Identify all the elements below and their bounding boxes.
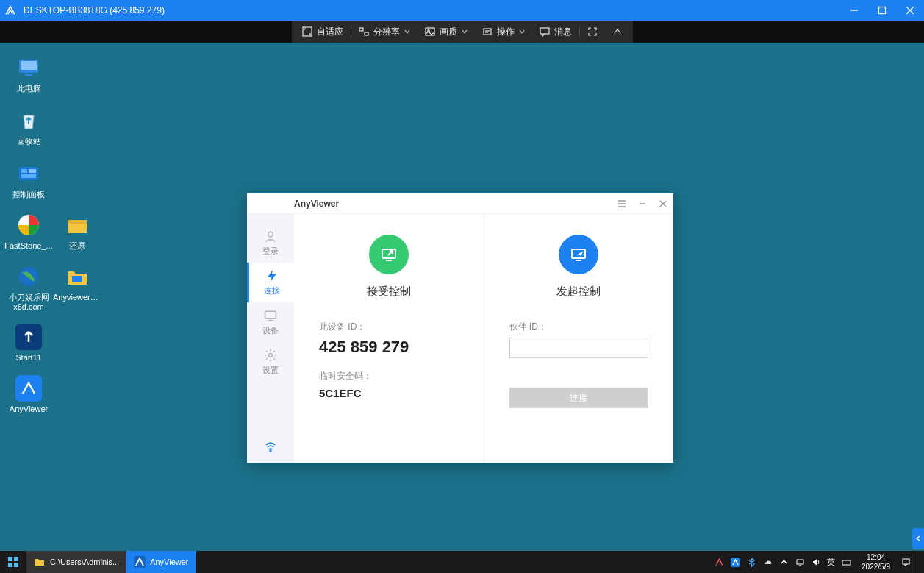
svg-rect-38: [14, 557, 18, 561]
desktop-icon-recycle-bin[interactable]: 回收站: [4, 107, 53, 146]
close-button[interactable]: [896, 0, 924, 21]
taskbar-item-anyviewer[interactable]: AnyViewer: [126, 551, 196, 573]
wifi-status-icon: [265, 441, 276, 455]
tray-ime[interactable]: 英: [827, 557, 835, 568]
security-code-value: 5C1EFC: [319, 387, 459, 399]
tray-network-icon[interactable]: [795, 557, 805, 567]
monitor-icon: [263, 308, 278, 323]
system-tray: 英 12:04 2022/5/9: [714, 551, 924, 573]
svg-point-30: [268, 232, 273, 237]
desktop-icon-anyviewer-folder[interactable]: Anyviewer_...: [53, 263, 101, 302]
maximize-button[interactable]: [868, 0, 896, 21]
anyviewer-icon: [134, 556, 146, 568]
operate-button[interactable]: 操作: [475, 21, 532, 43]
minimize-button[interactable]: [840, 0, 868, 21]
sidebar-item-connect[interactable]: 连接: [247, 263, 294, 302]
svg-rect-5: [359, 28, 363, 31]
anyviewer-titlebar: AnyViewer: [247, 193, 673, 214]
pc-icon: [15, 54, 42, 81]
anyviewer-sidebar: 登录 连接 设备 设置: [247, 214, 294, 463]
anyviewer-window: AnyViewer 登录 连接 设备: [247, 193, 673, 463]
anyviewer-logo-icon: [0, 0, 21, 21]
resolution-icon: [359, 26, 369, 37]
globe-icon: [15, 263, 42, 290]
bolt-icon: [265, 268, 279, 283]
tray-volume-icon[interactable]: [811, 557, 821, 567]
accept-title: 接受控制: [319, 285, 459, 299]
window-title: DESKTOP-BB38T8G (425 859 279): [21, 5, 840, 15]
svg-rect-17: [21, 169, 27, 173]
connect-button[interactable]: 连接: [509, 388, 649, 408]
device-id-value: 425 859 279: [319, 338, 459, 357]
svg-rect-4: [303, 27, 312, 36]
tray-anyviewer-icon[interactable]: [730, 557, 740, 567]
tray-onedrive-icon[interactable]: [762, 557, 773, 567]
remote-desktop[interactable]: 此电脑 回收站 控制面板 FastStone_... 小刀娱乐网x6d.com …: [0, 43, 924, 573]
tray-clock[interactable]: 12:04 2022/5/9: [857, 552, 895, 572]
collapse-toolbar-button[interactable]: [605, 21, 630, 43]
start-button[interactable]: [0, 551, 26, 573]
svg-rect-1: [879, 7, 886, 14]
desktop-icon-anyviewer[interactable]: AnyViewer: [4, 375, 53, 414]
svg-rect-36: [572, 249, 585, 258]
tray-overflow-icon[interactable]: [778, 557, 789, 567]
close-button[interactable]: [653, 193, 673, 214]
desktop-icon-faststone[interactable]: FastStone_...: [4, 212, 53, 251]
message-button[interactable]: 消息: [532, 21, 579, 43]
partner-id-label: 伙伴 ID：: [509, 321, 649, 333]
initiate-control-panel: 发起控制 伙伴 ID： 连接: [484, 214, 674, 463]
desktop-icon-restore[interactable]: 还原: [53, 212, 101, 251]
resolution-button[interactable]: 分辨率: [351, 21, 418, 43]
fit-icon: [302, 26, 312, 37]
partner-id-input[interactable]: [509, 338, 649, 358]
tray-notifications-icon[interactable]: [900, 557, 911, 567]
fullscreen-button[interactable]: [580, 21, 605, 43]
tray-app-icon[interactable]: [714, 557, 724, 567]
svg-rect-40: [14, 563, 18, 567]
fit-button[interactable]: 自适应: [295, 21, 351, 43]
initiate-title: 发起控制: [509, 285, 649, 299]
accept-icon: [369, 235, 409, 274]
svg-rect-7: [426, 28, 434, 35]
remote-toolbar: 自适应 分辨率 画质 操作 消息: [0, 21, 924, 43]
side-expand-button[interactable]: [912, 528, 924, 549]
svg-rect-15: [25, 74, 32, 76]
svg-rect-9: [484, 29, 491, 35]
panel-icon: [15, 160, 42, 187]
svg-rect-6: [365, 32, 368, 35]
folder-icon: [64, 263, 90, 290]
desktop-icon-xiaodao[interactable]: 小刀娱乐网x6d.com: [4, 263, 53, 312]
chevron-up-icon: [612, 26, 623, 37]
outer-titlebar: DESKTOP-BB38T8G (425 859 279): [0, 0, 924, 21]
sidebar-item-settings[interactable]: 设置: [247, 342, 294, 382]
svg-rect-39: [8, 563, 12, 567]
desktop-icon-control-panel[interactable]: 控制面板: [4, 160, 53, 199]
remote-taskbar: C:\Users\Adminis... AnyViewer 英 12:04 20…: [0, 551, 924, 573]
svg-rect-22: [68, 220, 87, 224]
quality-button[interactable]: 画质: [418, 21, 475, 43]
svg-rect-37: [8, 557, 12, 561]
desktop-icon-this-pc[interactable]: 此电脑: [4, 54, 53, 93]
sidebar-item-login[interactable]: 登录: [247, 223, 294, 263]
desktop-icon-start11[interactable]: Start11: [4, 324, 53, 363]
tray-bluetooth-icon[interactable]: [746, 557, 756, 567]
chevron-down-icon: [462, 26, 468, 37]
tray-keyboard-icon[interactable]: [841, 557, 851, 567]
faststone-icon: [15, 212, 42, 238]
taskbar-item-explorer[interactable]: C:\Users\Adminis...: [26, 551, 126, 573]
svg-rect-12: [540, 28, 549, 34]
svg-rect-18: [29, 169, 36, 173]
device-id-label: 此设备 ID：: [319, 321, 459, 333]
user-icon: [263, 229, 278, 243]
sidebar-item-device[interactable]: 设备: [247, 302, 294, 342]
minimize-button[interactable]: [632, 193, 653, 214]
menu-button[interactable]: [612, 193, 632, 214]
svg-rect-31: [265, 311, 276, 318]
operate-icon: [482, 26, 493, 37]
svg-rect-16: [19, 167, 38, 180]
show-desktop-button[interactable]: [917, 551, 921, 573]
svg-rect-43: [797, 560, 803, 564]
svg-point-33: [269, 354, 273, 357]
accept-control-panel: 接受控制 此设备 ID： 425 859 279 临时安全码： 5C1EFC: [294, 214, 484, 463]
image-icon: [425, 26, 435, 37]
